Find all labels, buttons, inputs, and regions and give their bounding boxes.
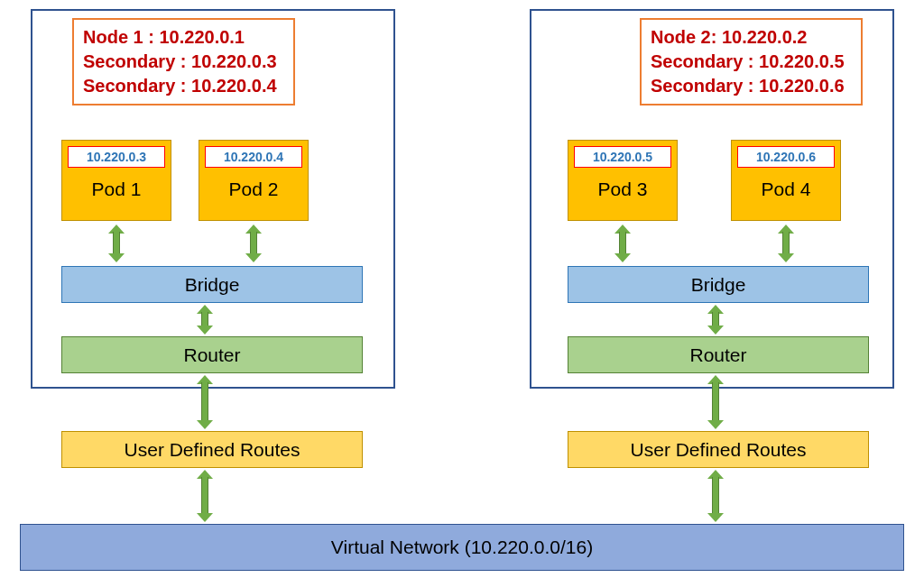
vnet-label: Virtual Network (10.220.0.0/16) [331, 537, 593, 558]
node1-secondary2: Secondary : 10.220.0.4 [83, 74, 284, 98]
arrow-pod2-bridge [245, 225, 262, 262]
bridge-label-1: Bridge [185, 274, 240, 296]
diagram: Node 1 : 10.220.0.1 Secondary : 10.220.0… [0, 0, 924, 587]
node2-secondary1: Secondary : 10.220.0.5 [651, 50, 852, 74]
arrow-bridge-router-1 [197, 305, 213, 335]
node2-title: Node 2: 10.220.0.2 [651, 25, 852, 50]
arrow-router-udr-1 [197, 375, 213, 429]
pod1-ip: 10.220.0.3 [68, 146, 165, 168]
pod3-ip: 10.220.0.5 [574, 146, 671, 168]
node2-router: Router [568, 336, 869, 373]
arrow-pod1-bridge [108, 225, 125, 262]
bridge-label-2: Bridge [691, 274, 746, 296]
pod4-ip: 10.220.0.6 [737, 146, 835, 168]
arrow-pod4-bridge [778, 225, 794, 262]
udr-label-2: User Defined Routes [631, 439, 807, 461]
pod3: 10.220.0.5 Pod 3 [568, 140, 678, 221]
node1-bridge: Bridge [61, 266, 363, 303]
udr-label-1: User Defined Routes [125, 439, 300, 461]
node1-udr: User Defined Routes [61, 431, 363, 468]
pod1-label: Pod 1 [62, 179, 171, 200]
arrow-bridge-router-2 [707, 305, 724, 335]
arrow-udr-vnet-2 [707, 470, 724, 522]
arrow-router-udr-2 [707, 375, 724, 429]
node2-secondary2: Secondary : 10.220.0.6 [651, 74, 852, 98]
router-label-1: Router [183, 344, 240, 366]
pod3-label: Pod 3 [568, 179, 677, 200]
pod4: 10.220.0.6 Pod 4 [731, 140, 841, 221]
node1-info: Node 1 : 10.220.0.1 Secondary : 10.220.0… [72, 18, 295, 105]
pod2: 10.220.0.4 Pod 2 [199, 140, 309, 221]
node1-secondary1: Secondary : 10.220.0.3 [83, 50, 284, 74]
arrow-pod3-bridge [614, 225, 631, 262]
node2-udr: User Defined Routes [568, 431, 869, 468]
pod4-label: Pod 4 [732, 179, 840, 200]
pod2-label: Pod 2 [199, 179, 308, 200]
virtual-network: Virtual Network (10.220.0.0/16) [20, 524, 904, 571]
pod1: 10.220.0.3 Pod 1 [61, 140, 171, 221]
node1-router: Router [61, 336, 363, 373]
node1-title: Node 1 : 10.220.0.1 [83, 25, 284, 50]
arrow-udr-vnet-1 [197, 470, 213, 522]
node2-info: Node 2: 10.220.0.2 Secondary : 10.220.0.… [640, 18, 863, 105]
router-label-2: Router [689, 344, 746, 366]
pod2-ip: 10.220.0.4 [205, 146, 302, 168]
node2-bridge: Bridge [568, 266, 869, 303]
